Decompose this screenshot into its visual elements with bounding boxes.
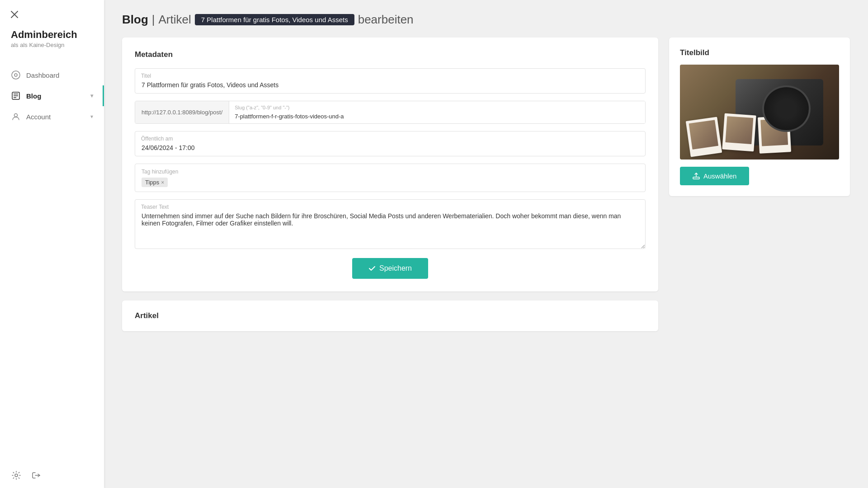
titel-field: Titel <box>135 68 646 94</box>
slug-input[interactable] <box>229 101 645 123</box>
left-panel: Metadaten Titel http://127.0.0.1:8089/bl… <box>122 38 658 477</box>
sidebar-item-label-blog: Blog <box>26 92 41 100</box>
page-header-action: bearbeiten <box>358 13 414 27</box>
tag-remove-tipps[interactable]: × <box>161 179 164 186</box>
page-header: Blog | Artikel 7 Plattformen für gratis … <box>104 0 868 27</box>
svg-rect-11 <box>693 177 699 179</box>
sidebar-item-label-dashboard: Dashboard <box>26 71 59 79</box>
page-title-blog: Blog <box>122 13 148 27</box>
sidebar-item-label-account: Account <box>26 113 51 121</box>
dashboard-icon <box>11 70 21 80</box>
save-button[interactable]: Speichern <box>352 258 428 279</box>
admin-title: Adminbereich <box>11 29 93 41</box>
tag-field[interactable]: Tag hinzufügen Tipps × <box>135 164 646 192</box>
publish-input[interactable] <box>135 131 646 156</box>
settings-icon[interactable] <box>11 470 22 481</box>
sidebar-item-dashboard[interactable]: Dashboard <box>0 65 104 85</box>
svg-point-2 <box>12 71 20 79</box>
tag-label: Tag hinzufügen <box>142 169 639 175</box>
blog-arrow-icon: ▾ <box>90 93 93 99</box>
blog-icon <box>11 91 21 101</box>
admin-subtitle: als als Kaine-Design <box>11 42 93 48</box>
right-panel: Titelbild <box>669 38 850 477</box>
metadata-card: Metadaten Titel http://127.0.0.1:8089/bl… <box>122 38 658 291</box>
slug-row: http://127.0.0.1:8089/blog/post/ Slug ("… <box>135 101 646 124</box>
svg-point-3 <box>14 74 17 76</box>
polaroids <box>688 119 790 155</box>
metadata-card-title: Metadaten <box>135 50 646 59</box>
logout-icon[interactable] <box>31 470 42 481</box>
sidebar-header: Adminbereich als als Kaine-Design <box>0 0 104 57</box>
tag-label-tipps: Tipps <box>145 179 159 186</box>
check-icon <box>368 265 376 272</box>
titelbild-preview <box>680 65 839 160</box>
titelbild-label: Titelbild <box>680 48 839 57</box>
titel-input[interactable] <box>135 68 646 94</box>
slug-base-url: http://127.0.0.1:8089/blog/post/ <box>135 101 229 123</box>
content-area: Metadaten Titel http://127.0.0.1:8089/bl… <box>104 27 868 488</box>
sidebar-item-account[interactable]: Account ▾ <box>0 106 104 127</box>
upload-icon <box>693 173 700 180</box>
svg-point-9 <box>15 474 18 477</box>
sidebar: Adminbereich als als Kaine-Design Dashbo… <box>0 0 104 488</box>
save-row: Speichern <box>135 258 646 279</box>
sidebar-item-blog[interactable]: Blog ▾ <box>0 85 104 106</box>
camera-image <box>680 65 839 160</box>
account-arrow-icon: ▾ <box>90 113 93 120</box>
svg-point-8 <box>14 114 18 117</box>
polaroid-3 <box>758 116 791 154</box>
close-button[interactable] <box>8 8 21 21</box>
main-content: Blog | Artikel 7 Plattformen für gratis … <box>104 0 868 488</box>
page-header-section: Artikel <box>159 13 191 27</box>
page-header-separator: | <box>152 13 155 27</box>
slug-field: Slug ("a-z", "0-9" und "-") <box>229 101 645 123</box>
polaroid-inner-3 <box>760 118 788 146</box>
sidebar-footer <box>0 463 104 488</box>
polaroid-inner-1 <box>689 120 718 150</box>
artikel-section: Artikel <box>122 300 658 331</box>
polaroid-inner-2 <box>725 116 753 144</box>
teaser-field: Teaser Text Unternehmen sind immer auf d… <box>135 199 646 251</box>
sidebar-nav: Dashboard Blog ▾ Acc <box>0 57 104 463</box>
page-header-badge: 7 Plattformen für gratis Fotos, Videos u… <box>195 14 354 25</box>
select-image-button[interactable]: Auswählen <box>680 167 749 185</box>
polaroid-2 <box>722 113 756 151</box>
titelbild-card: Titelbild <box>669 38 850 196</box>
teaser-input[interactable]: Unternehmen sind immer auf der Suche nac… <box>135 199 646 249</box>
account-icon <box>11 112 21 122</box>
publish-field: Öffentlich am <box>135 131 646 156</box>
polaroid-1 <box>685 117 722 157</box>
tag-tipps: Tipps × <box>142 178 168 187</box>
tags-row: Tipps × <box>142 178 639 187</box>
artikel-section-title: Artikel <box>135 311 646 320</box>
